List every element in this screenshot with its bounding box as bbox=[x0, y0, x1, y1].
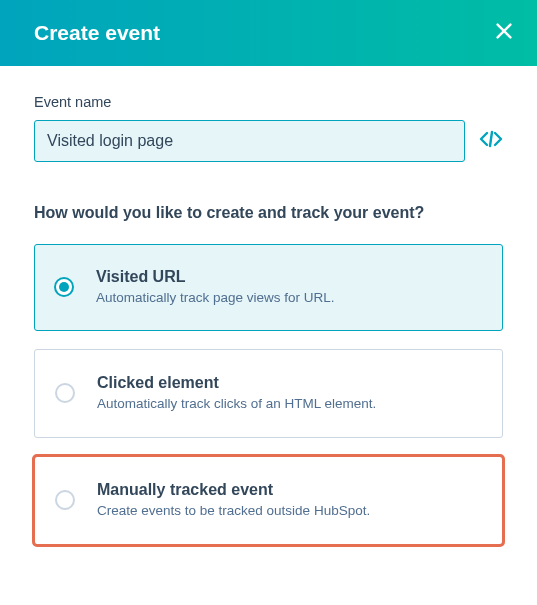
radio-visited-url[interactable] bbox=[54, 277, 74, 297]
event-name-input[interactable] bbox=[34, 120, 465, 162]
option-title: Visited URL bbox=[96, 268, 483, 286]
dialog-body: Event name How would you like to create … bbox=[0, 66, 537, 545]
radio-manually-tracked-event[interactable] bbox=[55, 490, 75, 510]
option-description: Automatically track clicks of an HTML el… bbox=[97, 396, 482, 411]
option-description: Automatically track page views for URL. bbox=[96, 290, 483, 305]
close-button[interactable] bbox=[493, 20, 515, 46]
radio-clicked-element[interactable] bbox=[55, 383, 75, 403]
option-title: Manually tracked event bbox=[97, 481, 482, 499]
tracking-question: How would you like to create and track y… bbox=[34, 204, 503, 222]
close-icon bbox=[493, 20, 515, 46]
svg-line-2 bbox=[490, 132, 492, 146]
option-card-manually-tracked-event[interactable]: Manually tracked eventCreate events to b… bbox=[34, 456, 503, 545]
option-card-visited-url[interactable]: Visited URLAutomatically track page view… bbox=[34, 244, 503, 331]
option-card-clicked-element[interactable]: Clicked elementAutomatically track click… bbox=[34, 349, 503, 438]
option-text: Manually tracked eventCreate events to b… bbox=[97, 481, 482, 518]
code-toggle-button[interactable] bbox=[479, 129, 503, 153]
option-text: Visited URLAutomatically track page view… bbox=[96, 268, 483, 305]
option-text: Clicked elementAutomatically track click… bbox=[97, 374, 482, 411]
event-name-label: Event name bbox=[34, 94, 503, 110]
dialog-header: Create event bbox=[0, 0, 537, 66]
option-description: Create events to be tracked outside HubS… bbox=[97, 503, 482, 518]
code-icon bbox=[479, 129, 503, 153]
option-title: Clicked element bbox=[97, 374, 482, 392]
event-name-row bbox=[34, 120, 503, 162]
dialog-title: Create event bbox=[34, 21, 160, 45]
